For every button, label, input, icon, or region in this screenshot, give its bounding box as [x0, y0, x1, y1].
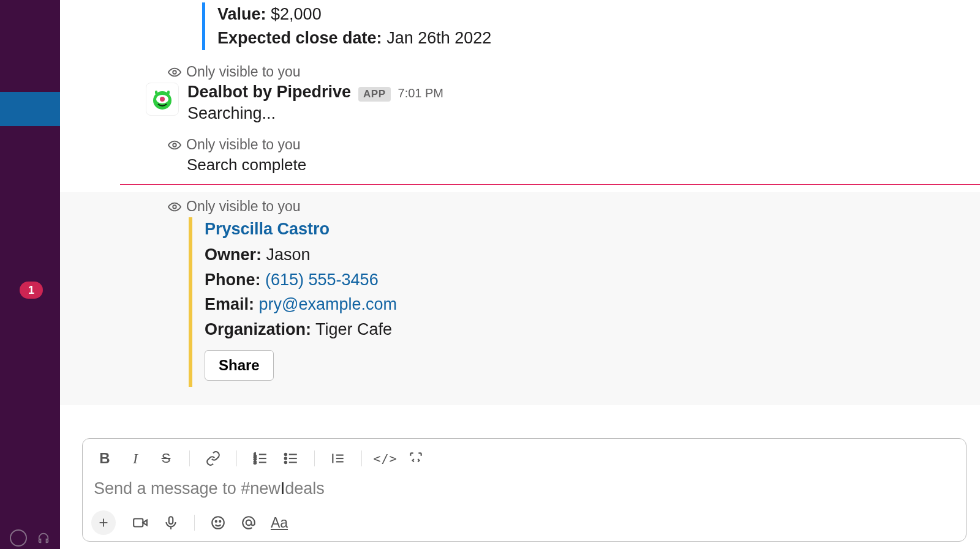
format-toggle-button[interactable]: Aa [270, 513, 289, 532]
code-block-button[interactable] [406, 449, 426, 468]
deal-close-label: Expected close date: [217, 29, 382, 47]
owner-value: Jason [266, 245, 311, 264]
sidebar-selected-item[interactable] [0, 92, 60, 126]
bold-button[interactable]: B [95, 449, 115, 468]
blockquote-button[interactable] [328, 449, 348, 468]
svg-point-33 [246, 520, 252, 526]
link-button[interactable] [203, 449, 223, 468]
email-label: Email: [205, 295, 254, 313]
deal-attachment: Value: $2,000 Expected close date: Jan 2… [202, 2, 980, 50]
email-link[interactable]: pry@example.com [259, 295, 397, 313]
video-icon [132, 515, 148, 531]
ephemeral-label: Only visible to you [168, 198, 980, 215]
headphones-icon[interactable] [37, 531, 50, 545]
workspace-sidebar: 1 [0, 0, 60, 549]
link-icon [205, 450, 221, 466]
ordered-list-button[interactable]: 123 [251, 449, 270, 468]
svg-point-5 [160, 97, 165, 102]
bot-avatar[interactable] [146, 83, 179, 116]
format-toolbar: B I S 123 [91, 446, 957, 474]
placeholder-post: deals [285, 479, 325, 498]
toolbar-divider [361, 450, 362, 466]
contact-name[interactable]: Pryscilla Castro [205, 220, 968, 239]
bullet-list-icon [283, 450, 299, 466]
eye-icon [168, 65, 181, 79]
contact-card: Pryscilla Castro Owner: Jason Phone: (61… [189, 217, 968, 387]
audio-button[interactable] [161, 513, 181, 532]
svg-rect-28 [169, 517, 173, 524]
org-value: Tiger Cafe [315, 320, 392, 338]
placeholder-pre: Send a message to #new [94, 479, 281, 498]
toolbar-divider [314, 450, 315, 466]
strike-button[interactable]: S [156, 449, 176, 468]
mention-icon [241, 515, 257, 531]
composer-input[interactable]: Send a message to #newIdeals [91, 474, 957, 508]
phone-link[interactable]: (615) 555-3456 [265, 271, 379, 289]
ephemeral-label: Only visible to you [168, 136, 980, 153]
svg-point-31 [216, 521, 217, 522]
svg-text:3: 3 [254, 460, 256, 465]
svg-point-32 [219, 521, 221, 522]
new-message-divider [120, 184, 980, 185]
svg-rect-2 [155, 91, 157, 94]
app-badge: APP [358, 87, 390, 102]
ephemeral-text: Only visible to you [186, 136, 301, 153]
plus-icon [97, 516, 110, 529]
deal-value-label: Value: [217, 5, 266, 23]
ephemeral-label: Only visible to you [168, 64, 980, 80]
message-composer: B I S 123 [82, 438, 967, 542]
phone-label: Phone: [205, 271, 261, 289]
ephemeral-text: Only visible to you [186, 64, 301, 80]
deal-close: Jan 26th 2022 [386, 29, 491, 47]
dealbot-icon [150, 87, 175, 111]
owner-label: Owner: [205, 245, 262, 264]
svg-point-30 [212, 517, 224, 529]
svg-point-19 [285, 461, 287, 463]
svg-rect-3 [167, 91, 170, 94]
svg-point-7 [173, 205, 176, 209]
searching-text: Searching... [187, 104, 443, 123]
svg-rect-26 [134, 519, 143, 527]
svg-point-6 [173, 143, 176, 147]
attach-button[interactable] [91, 510, 116, 535]
code-button[interactable]: </> [375, 449, 395, 468]
composer-bottom-row: Aa [91, 508, 957, 535]
bot-sender-name[interactable]: Dealbot by Pipedrive [187, 83, 351, 102]
share-button[interactable]: Share [205, 350, 274, 381]
eye-icon [168, 138, 181, 152]
toolbar-divider [236, 450, 237, 466]
emoji-button[interactable] [208, 513, 228, 532]
svg-point-18 [285, 457, 287, 459]
code-block-icon [408, 450, 424, 466]
video-button[interactable] [130, 513, 150, 532]
presence-avatar[interactable] [10, 529, 27, 547]
ephemeral-text: Only visible to you [186, 198, 301, 215]
org-label: Organization: [205, 320, 311, 338]
blockquote-icon [330, 450, 346, 466]
toolbar-divider [189, 450, 190, 466]
microphone-icon [163, 515, 179, 531]
bullet-list-button[interactable] [281, 449, 301, 468]
ordered-list-icon: 123 [252, 450, 268, 466]
toolbar-divider [194, 515, 195, 531]
emoji-icon [210, 515, 226, 531]
svg-point-0 [173, 70, 176, 74]
italic-button[interactable]: I [126, 449, 145, 468]
eye-icon [168, 200, 181, 214]
deal-value: $2,000 [271, 5, 322, 23]
notification-badge[interactable]: 1 [20, 282, 43, 299]
search-complete-text: Search complete [187, 155, 980, 174]
mention-button[interactable] [239, 513, 258, 532]
svg-point-17 [285, 454, 287, 455]
message-time: 7:01 PM [398, 86, 443, 100]
